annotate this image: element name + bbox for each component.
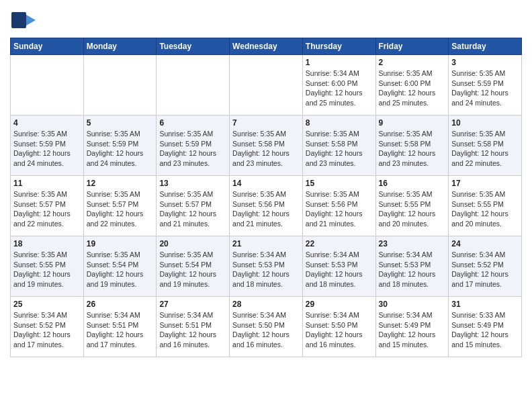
header-tuesday: Tuesday xyxy=(157,38,230,55)
calendar-cell: 8Sunrise: 5:35 AM Sunset: 5:58 PM Daylig… xyxy=(302,116,375,176)
day-number: 24 xyxy=(451,239,519,248)
day-number: 26 xyxy=(87,300,154,309)
day-number: 15 xyxy=(306,179,373,188)
calendar-cell xyxy=(230,55,303,116)
day-number: 20 xyxy=(159,239,226,248)
calendar-cell: 27Sunrise: 5:34 AM Sunset: 5:51 PM Dayli… xyxy=(157,297,230,357)
day-info: Sunrise: 5:34 AM Sunset: 5:53 PM Dayligh… xyxy=(232,250,300,289)
calendar-header-row: SundayMondayTuesdayWednesdayThursdayFrid… xyxy=(11,38,522,55)
day-info: Sunrise: 5:34 AM Sunset: 5:51 PM Dayligh… xyxy=(159,310,226,350)
day-info: Sunrise: 5:35 AM Sunset: 5:58 PM Dayligh… xyxy=(232,129,300,169)
day-info: Sunrise: 5:34 AM Sunset: 6:00 PM Dayligh… xyxy=(306,68,373,108)
day-info: Sunrise: 5:35 AM Sunset: 5:54 PM Dayligh… xyxy=(87,250,154,289)
logo-icon xyxy=(10,7,37,34)
day-info: Sunrise: 5:35 AM Sunset: 5:55 PM Dayligh… xyxy=(451,189,519,229)
day-number: 8 xyxy=(306,118,373,128)
calendar-cell xyxy=(157,55,230,116)
calendar-cell: 23Sunrise: 5:34 AM Sunset: 5:53 PM Dayli… xyxy=(375,236,449,297)
calendar-cell: 22Sunrise: 5:34 AM Sunset: 5:53 PM Dayli… xyxy=(302,236,375,297)
day-info: Sunrise: 5:35 AM Sunset: 6:00 PM Dayligh… xyxy=(379,68,446,108)
day-number: 30 xyxy=(379,300,446,309)
day-info: Sunrise: 5:35 AM Sunset: 5:56 PM Dayligh… xyxy=(306,189,373,229)
calendar-cell: 4Sunrise: 5:35 AM Sunset: 5:59 PM Daylig… xyxy=(11,116,84,176)
day-info: Sunrise: 5:35 AM Sunset: 5:57 PM Dayligh… xyxy=(159,189,226,229)
calendar-cell: 5Sunrise: 5:35 AM Sunset: 5:59 PM Daylig… xyxy=(83,116,157,176)
header-monday: Monday xyxy=(83,38,157,55)
header-thursday: Thursday xyxy=(302,38,375,55)
day-number: 22 xyxy=(306,239,373,248)
day-number: 13 xyxy=(159,179,226,188)
week-row-4: 18Sunrise: 5:35 AM Sunset: 5:55 PM Dayli… xyxy=(11,236,522,297)
calendar-cell: 3Sunrise: 5:35 AM Sunset: 5:59 PM Daylig… xyxy=(449,55,522,116)
day-number: 17 xyxy=(451,179,519,188)
day-info: Sunrise: 5:34 AM Sunset: 5:52 PM Dayligh… xyxy=(451,250,519,289)
day-number: 4 xyxy=(13,118,81,128)
day-info: Sunrise: 5:35 AM Sunset: 5:55 PM Dayligh… xyxy=(13,250,81,289)
calendar-cell: 18Sunrise: 5:35 AM Sunset: 5:55 PM Dayli… xyxy=(11,236,84,297)
day-info: Sunrise: 5:35 AM Sunset: 5:59 PM Dayligh… xyxy=(159,129,226,169)
calendar-cell xyxy=(83,55,157,116)
calendar-cell: 17Sunrise: 5:35 AM Sunset: 5:55 PM Dayli… xyxy=(449,176,522,236)
day-info: Sunrise: 5:34 AM Sunset: 5:50 PM Dayligh… xyxy=(232,310,300,350)
calendar-cell: 25Sunrise: 5:34 AM Sunset: 5:52 PM Dayli… xyxy=(11,297,84,357)
calendar-cell: 14Sunrise: 5:35 AM Sunset: 5:56 PM Dayli… xyxy=(230,176,303,236)
calendar-cell: 7Sunrise: 5:35 AM Sunset: 5:58 PM Daylig… xyxy=(230,116,303,176)
calendar-cell: 29Sunrise: 5:34 AM Sunset: 5:50 PM Dayli… xyxy=(302,297,375,357)
calendar-cell: 2Sunrise: 5:35 AM Sunset: 6:00 PM Daylig… xyxy=(375,55,449,116)
day-info: Sunrise: 5:35 AM Sunset: 5:58 PM Dayligh… xyxy=(451,129,519,169)
day-info: Sunrise: 5:34 AM Sunset: 5:50 PM Dayligh… xyxy=(306,310,373,350)
calendar-cell: 9Sunrise: 5:35 AM Sunset: 5:58 PM Daylig… xyxy=(375,116,449,176)
day-info: Sunrise: 5:34 AM Sunset: 5:49 PM Dayligh… xyxy=(379,310,446,350)
calendar-cell: 15Sunrise: 5:35 AM Sunset: 5:56 PM Dayli… xyxy=(302,176,375,236)
calendar-cell: 11Sunrise: 5:35 AM Sunset: 5:57 PM Dayli… xyxy=(11,176,84,236)
day-number: 21 xyxy=(232,239,300,248)
day-info: Sunrise: 5:35 AM Sunset: 5:58 PM Dayligh… xyxy=(306,129,373,169)
calendar-cell: 16Sunrise: 5:35 AM Sunset: 5:55 PM Dayli… xyxy=(375,176,449,236)
header-friday: Friday xyxy=(375,38,449,55)
day-info: Sunrise: 5:34 AM Sunset: 5:51 PM Dayligh… xyxy=(87,310,154,350)
day-number: 29 xyxy=(306,300,373,309)
day-info: Sunrise: 5:35 AM Sunset: 5:57 PM Dayligh… xyxy=(13,189,81,229)
day-info: Sunrise: 5:35 AM Sunset: 5:56 PM Dayligh… xyxy=(232,189,300,229)
calendar-cell: 30Sunrise: 5:34 AM Sunset: 5:49 PM Dayli… xyxy=(375,297,449,357)
week-row-1: 1Sunrise: 5:34 AM Sunset: 6:00 PM Daylig… xyxy=(11,55,522,116)
header xyxy=(10,7,522,34)
day-number: 31 xyxy=(451,300,519,309)
calendar-cell: 13Sunrise: 5:35 AM Sunset: 5:57 PM Dayli… xyxy=(157,176,230,236)
day-number: 14 xyxy=(232,179,300,188)
day-number: 10 xyxy=(451,118,519,128)
calendar-cell: 24Sunrise: 5:34 AM Sunset: 5:52 PM Dayli… xyxy=(449,236,522,297)
day-number: 3 xyxy=(451,58,519,67)
day-number: 19 xyxy=(87,239,154,248)
logo xyxy=(10,7,38,34)
day-info: Sunrise: 5:35 AM Sunset: 5:59 PM Dayligh… xyxy=(13,129,81,169)
day-info: Sunrise: 5:35 AM Sunset: 5:54 PM Dayligh… xyxy=(159,250,226,289)
calendar-table: SundayMondayTuesdayWednesdayThursdayFrid… xyxy=(10,38,522,357)
day-number: 1 xyxy=(306,58,373,67)
week-row-5: 25Sunrise: 5:34 AM Sunset: 5:52 PM Dayli… xyxy=(11,297,522,357)
calendar-cell: 6Sunrise: 5:35 AM Sunset: 5:59 PM Daylig… xyxy=(157,116,230,176)
calendar-cell: 10Sunrise: 5:35 AM Sunset: 5:58 PM Dayli… xyxy=(449,116,522,176)
header-saturday: Saturday xyxy=(449,38,522,55)
day-number: 6 xyxy=(159,118,226,128)
calendar-cell xyxy=(11,55,84,116)
calendar-cell: 20Sunrise: 5:35 AM Sunset: 5:54 PM Dayli… xyxy=(157,236,230,297)
day-info: Sunrise: 5:33 AM Sunset: 5:49 PM Dayligh… xyxy=(451,310,519,350)
day-number: 7 xyxy=(232,118,300,128)
week-row-3: 11Sunrise: 5:35 AM Sunset: 5:57 PM Dayli… xyxy=(11,176,522,236)
day-number: 2 xyxy=(379,58,446,67)
day-number: 11 xyxy=(13,179,81,188)
svg-marker-1 xyxy=(26,15,36,26)
day-info: Sunrise: 5:34 AM Sunset: 5:53 PM Dayligh… xyxy=(379,250,446,289)
week-row-2: 4Sunrise: 5:35 AM Sunset: 5:59 PM Daylig… xyxy=(11,116,522,176)
calendar-cell: 31Sunrise: 5:33 AM Sunset: 5:49 PM Dayli… xyxy=(449,297,522,357)
svg-rect-0 xyxy=(11,12,26,28)
day-info: Sunrise: 5:34 AM Sunset: 5:52 PM Dayligh… xyxy=(13,310,81,350)
calendar-cell: 26Sunrise: 5:34 AM Sunset: 5:51 PM Dayli… xyxy=(83,297,157,357)
day-number: 9 xyxy=(379,118,446,128)
calendar-cell: 12Sunrise: 5:35 AM Sunset: 5:57 PM Dayli… xyxy=(83,176,157,236)
day-info: Sunrise: 5:35 AM Sunset: 5:59 PM Dayligh… xyxy=(87,129,154,169)
day-info: Sunrise: 5:34 AM Sunset: 5:53 PM Dayligh… xyxy=(306,250,373,289)
day-number: 28 xyxy=(232,300,300,309)
day-info: Sunrise: 5:35 AM Sunset: 5:55 PM Dayligh… xyxy=(379,189,446,229)
